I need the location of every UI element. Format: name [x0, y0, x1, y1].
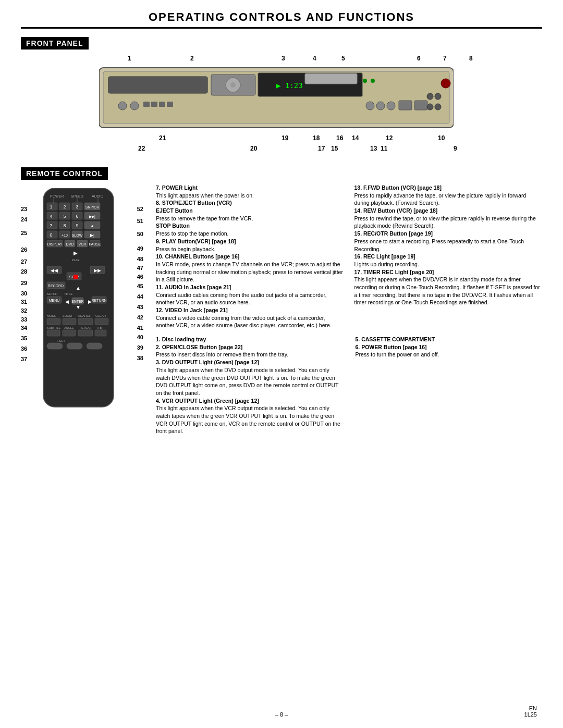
- desc-item-13: 13. F.FWD Button (VCR) [page 18] Press t…: [354, 184, 543, 207]
- desc-item-14: 14. REW Button (VCR) [page 18] Press to …: [354, 207, 543, 230]
- fp-num-1: 1: [128, 55, 131, 62]
- svg-text:4: 4: [50, 214, 52, 219]
- svg-rect-105: [95, 318, 108, 325]
- svg-rect-11: [151, 102, 157, 107]
- bottom-item-4: 4. VCR OUTPUT Light (Green) [page 12] Th…: [156, 397, 343, 435]
- svg-text:RETURN: RETURN: [91, 299, 106, 302]
- svg-point-9: [130, 102, 139, 110]
- page-footer: – 8 –: [0, 711, 563, 718]
- desc-left-col: 7. POWER Light This light appears when t…: [156, 184, 344, 329]
- svg-text:▲: ▲: [76, 285, 81, 291]
- svg-text:0: 0: [50, 232, 52, 238]
- fp-num-12: 12: [386, 134, 393, 142]
- bottom-item-2: 2. OPEN/CLOSE Button [page 22] Press to …: [156, 343, 343, 359]
- fp-num-7: 7: [443, 55, 447, 62]
- svg-text:MENU: MENU: [49, 299, 60, 302]
- svg-text:VCR: VCR: [79, 242, 87, 246]
- desc-item-10: 10. CHANNEL Buttons [page 16] In VCR mod…: [156, 253, 344, 283]
- rc-40: 40: [137, 334, 143, 340]
- bottom-item-5: 5. CASSETTE COMPARTMENT: [356, 336, 543, 343]
- svg-text:+10: +10: [62, 233, 68, 237]
- svg-text:SUBTITLE: SUBTITLE: [47, 326, 61, 329]
- svg-text:ANGLE: ANGLE: [64, 326, 74, 329]
- rc-52: 52: [137, 206, 143, 212]
- svg-text:RECORD: RECORD: [48, 284, 64, 288]
- main-title: OPERATING CONTROLS AND FUNCTIONS: [21, 10, 542, 29]
- desc-item-9: 9. PLAY Button(VCR) [page 18] Press to b…: [156, 238, 344, 253]
- svg-text:SETUP: SETUP: [47, 292, 57, 295]
- remote-control-section: REMOTE CONTROL 23 24 25 26 27 28 29 30 3…: [21, 167, 542, 435]
- remote-diagram-col: 23 24 25 26 27 28 29 30 31 32 33 34 35 3…: [21, 184, 143, 435]
- svg-text:DVD: DVD: [66, 242, 74, 246]
- svg-text:AUDIO: AUDIO: [92, 194, 104, 198]
- bottom-item-1: 1. Disc loading tray: [156, 336, 343, 343]
- rc-34: 34: [21, 325, 27, 331]
- bottom-right-col: 5. CASSETTE COMPARTMENT 6. POWER Button …: [356, 336, 543, 435]
- svg-text:SLOW: SLOW: [72, 233, 83, 237]
- fp-num-22: 22: [138, 145, 145, 152]
- desc-item-11: 11. AUDIO In Jacks [page 21] Connect aud…: [156, 283, 344, 306]
- svg-text:REPEAT: REPEAT: [80, 326, 91, 329]
- svg-point-21: [427, 104, 433, 110]
- svg-text:ZOOM: ZOOM: [63, 314, 72, 317]
- svg-text:POWER: POWER: [50, 194, 64, 198]
- svg-rect-110: [47, 330, 60, 336]
- desc-item-16: 16. REC Light [page 19] Lights up during…: [354, 253, 543, 268]
- svg-point-19: [427, 93, 433, 100]
- fp-num-2: 2: [190, 55, 194, 62]
- svg-text:T-SET: T-SET: [56, 339, 65, 342]
- svg-rect-117: [87, 343, 102, 349]
- svg-text:5: 5: [63, 214, 66, 219]
- svg-text:PLAY: PLAY: [72, 258, 80, 262]
- svg-rect-13: [167, 102, 173, 107]
- svg-text:▶|: ▶|: [90, 233, 94, 238]
- svg-text:A-B: A-B: [97, 326, 102, 329]
- bottom-descriptions: 1. Disc loading tray 2. OPEN/CLOSE Butto…: [156, 336, 542, 435]
- svg-rect-112: [78, 330, 93, 336]
- rc-29: 29: [21, 280, 27, 286]
- fp-num-20: 20: [250, 145, 257, 152]
- svg-text:7: 7: [50, 223, 52, 228]
- rc-26: 26: [21, 246, 27, 253]
- svg-text:PAUSE: PAUSE: [89, 242, 101, 246]
- svg-point-5: [230, 82, 236, 88]
- svg-text:▶ 1:23: ▶ 1:23: [276, 81, 303, 90]
- svg-text:▶▶: ▶▶: [94, 268, 101, 273]
- rc-35: 35: [21, 335, 27, 341]
- fp-num-11: 11: [381, 145, 387, 152]
- front-panel-diagram: 1 2 3 4 5 6 7 8 ▶ 1:23: [57, 54, 506, 158]
- remote-svg: POWER SPEED AUDIO 1 2 3 SNP/CH: [35, 188, 121, 412]
- svg-text:6: 6: [76, 214, 78, 219]
- bottom-item-6: 6. POWER Button [page 16] Press to turn …: [356, 343, 543, 359]
- svg-text:▲: ▲: [90, 224, 94, 228]
- rc-36: 36: [21, 346, 27, 352]
- svg-rect-115: [47, 343, 63, 349]
- svg-point-20: [435, 93, 441, 100]
- svg-rect-103: [63, 318, 76, 325]
- svg-rect-12: [159, 102, 165, 107]
- fp-num-10: 10: [438, 134, 445, 142]
- en-text: EN: [529, 705, 537, 711]
- desc-item-12: 12. VIDEO In Jack [page 21] Connect a vi…: [156, 306, 344, 329]
- bottom-item-3: 3. DVD OUTPUT Light (Green) [page 12] Th…: [156, 359, 343, 397]
- desc-item-15: 15. REC/OTR Button [page 19] Press once …: [354, 230, 543, 253]
- desc-item-7: 7. POWER Light This light appears when t…: [156, 184, 344, 199]
- svg-text:DISPLAY: DISPLAY: [47, 242, 62, 246]
- rc-39: 39: [137, 344, 143, 351]
- svg-point-25: [371, 79, 375, 83]
- desc-right-col: 13. F.FWD Button (VCR) [page 18] Press t…: [354, 184, 543, 329]
- svg-text:SNP/CH: SNP/CH: [85, 205, 99, 209]
- remote-layout: 23 24 25 26 27 28 29 30 31 32 33 34 35 3…: [21, 184, 542, 435]
- svg-rect-83: [74, 275, 78, 279]
- rc-27: 27: [21, 258, 27, 265]
- svg-text:SPEED: SPEED: [71, 194, 83, 198]
- svg-text:▶▶|: ▶▶|: [89, 215, 95, 219]
- rc-38: 38: [137, 355, 143, 361]
- svg-text:ENTER: ENTER: [71, 300, 84, 303]
- rc-46: 46: [137, 274, 143, 280]
- rc-47: 47: [137, 265, 143, 271]
- fp-num-4: 4: [313, 55, 316, 62]
- svg-text:2: 2: [63, 204, 66, 209]
- bottom-left-col: 1. Disc loading tray 2. OPEN/CLOSE Butto…: [156, 336, 343, 435]
- fp-num-16: 16: [336, 134, 343, 142]
